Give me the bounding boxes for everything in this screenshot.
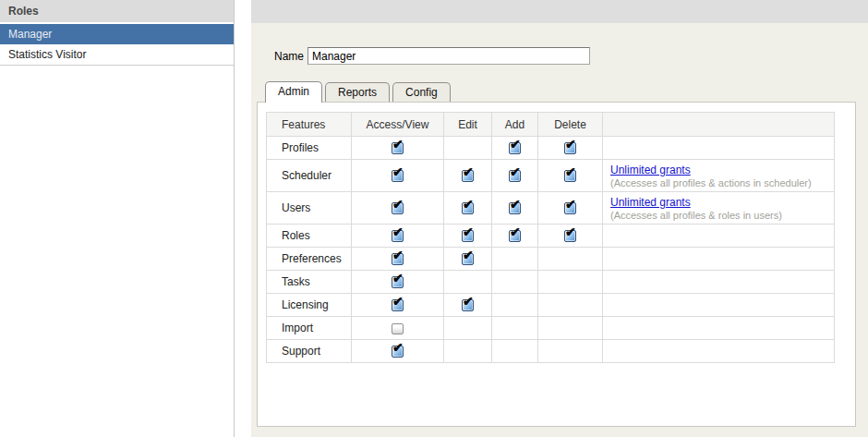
main-panel: Name AdminReportsConfig FeaturesAccess/V…: [251, 0, 868, 437]
cell-users-edit: [444, 192, 492, 225]
table-row-preferences: Preferences: [267, 248, 835, 271]
table-row-import: Import: [267, 317, 835, 340]
column-header-features: Features: [267, 113, 352, 137]
unlimited-grants-link[interactable]: Unlimited grants: [610, 196, 691, 209]
grant-note: (Accesses all profiles & actions in sche…: [610, 177, 826, 188]
table-header-row: FeaturesAccess/ViewEditAddDelete: [267, 113, 835, 137]
table-row-roles: Roles: [267, 225, 835, 248]
table-row-licensing: Licensing: [267, 294, 835, 317]
cell-licensing-access-view: [352, 294, 444, 317]
cell-support-edit: [444, 340, 492, 363]
checkbox-checked-scheduler-add[interactable]: [509, 170, 521, 182]
table-row-users: UsersUnlimited grants(Accesses all profi…: [267, 192, 835, 225]
cell-profiles-delete: [538, 137, 603, 160]
cell-tasks-add: [492, 271, 538, 294]
feature-label: Roles: [267, 225, 352, 248]
checkbox-checked-scheduler-edit[interactable]: [462, 170, 474, 182]
feature-label: Profiles: [267, 137, 352, 160]
app-window: Roles ManagerStatistics Visitor Name Adm…: [0, 0, 868, 437]
cell-profiles-extra: [603, 137, 835, 160]
cell-import-delete: [538, 317, 603, 340]
cell-roles-extra: [603, 225, 835, 248]
cell-tasks-delete: [538, 271, 603, 294]
table-row-support: Support: [267, 340, 835, 363]
cell-users-extra: Unlimited grants(Accesses all profiles &…: [603, 192, 835, 225]
column-header-access-view: Access/View: [352, 113, 444, 137]
feature-label: Users: [267, 192, 352, 225]
role-item-statistics-visitor[interactable]: Statistics Visitor: [0, 44, 234, 66]
checkbox-checked-preferences-access-view[interactable]: [392, 253, 404, 265]
column-header-add: Add: [492, 113, 538, 137]
cell-preferences-edit: [444, 248, 492, 271]
checkbox-checked-scheduler-delete[interactable]: [564, 170, 576, 182]
grant-note: (Accesses all profiles & roles in users): [610, 210, 826, 221]
checkbox-checked-profiles-access-view[interactable]: [392, 142, 404, 154]
cell-profiles-add: [492, 137, 538, 160]
feature-label: Scheduler: [267, 160, 352, 192]
cell-preferences-access-view: [352, 248, 444, 271]
feature-label: Tasks: [267, 271, 352, 294]
cell-preferences-delete: [538, 248, 603, 271]
role-item-manager[interactable]: Manager: [0, 24, 234, 44]
feature-label: Import: [267, 317, 352, 340]
roles-sidebar: Roles ManagerStatistics Visitor: [0, 0, 235, 437]
cell-support-access-view: [352, 340, 444, 363]
column-header-delete: Delete: [538, 113, 603, 137]
cell-licensing-add: [492, 294, 538, 317]
cell-tasks-edit: [444, 271, 492, 294]
checkbox-checked-roles-edit[interactable]: [462, 230, 474, 242]
cell-licensing-edit: [444, 294, 492, 317]
feature-label: Preferences: [267, 248, 352, 271]
checkbox-checked-roles-add[interactable]: [509, 230, 521, 242]
checkbox-checked-users-edit[interactable]: [462, 202, 474, 214]
name-input[interactable]: [307, 47, 590, 65]
table-row-scheduler: SchedulerUnlimited grants(Accesses all p…: [267, 160, 835, 192]
cell-support-extra: [603, 340, 835, 363]
cell-import-add: [492, 317, 538, 340]
cell-users-access-view: [352, 192, 444, 225]
top-toolbar: [251, 0, 868, 23]
checkbox-checked-profiles-add[interactable]: [509, 142, 521, 154]
checkbox-checked-scheduler-access-view[interactable]: [392, 170, 404, 182]
unlimited-grants-link[interactable]: Unlimited grants: [610, 164, 691, 176]
cell-support-delete: [538, 340, 603, 363]
checkbox-checked-users-add[interactable]: [509, 202, 521, 214]
checkbox-unchecked-import-access-view[interactable]: [392, 323, 404, 334]
checkbox-checked-support-access-view[interactable]: [392, 346, 404, 358]
cell-scheduler-add: [492, 160, 538, 192]
cell-roles-access-view: [352, 225, 444, 248]
cell-scheduler-delete: [538, 160, 603, 192]
cell-scheduler-edit: [444, 160, 492, 192]
cell-tasks-extra: [603, 271, 835, 294]
tab-bar: AdminReportsConfig: [265, 81, 453, 103]
cell-import-access-view: [352, 317, 444, 340]
cell-preferences-add: [492, 248, 538, 271]
cell-profiles-edit: [444, 137, 492, 160]
tab-admin[interactable]: Admin: [265, 81, 322, 103]
roles-list: ManagerStatistics Visitor: [0, 24, 234, 66]
cell-support-add: [492, 340, 538, 363]
checkbox-checked-licensing-edit[interactable]: [462, 299, 474, 311]
cell-scheduler-access-view: [352, 160, 444, 192]
table-row-profiles: Profiles: [267, 137, 835, 160]
cell-import-edit: [444, 317, 492, 340]
checkbox-checked-preferences-edit[interactable]: [462, 253, 474, 265]
checkbox-checked-users-access-view[interactable]: [392, 202, 404, 214]
cell-licensing-extra: [603, 294, 835, 317]
tab-reports[interactable]: Reports: [325, 82, 390, 102]
checkbox-checked-profiles-delete[interactable]: [564, 142, 576, 154]
tab-config[interactable]: Config: [392, 82, 451, 102]
checkbox-checked-tasks-access-view[interactable]: [392, 276, 404, 288]
checkbox-checked-roles-delete[interactable]: [564, 230, 576, 242]
checkbox-checked-licensing-access-view[interactable]: [392, 299, 404, 311]
cell-scheduler-extra: Unlimited grants(Accesses all profiles &…: [603, 160, 835, 192]
checkbox-checked-users-delete[interactable]: [564, 202, 576, 214]
feature-label: Licensing: [267, 294, 352, 317]
column-header-edit: Edit: [444, 113, 492, 137]
cell-profiles-access-view: [352, 137, 444, 160]
column-header-extra: [603, 113, 835, 137]
cell-preferences-extra: [603, 248, 835, 271]
cell-import-extra: [603, 317, 835, 340]
checkbox-checked-roles-access-view[interactable]: [392, 230, 404, 242]
table-row-tasks: Tasks: [267, 271, 835, 294]
